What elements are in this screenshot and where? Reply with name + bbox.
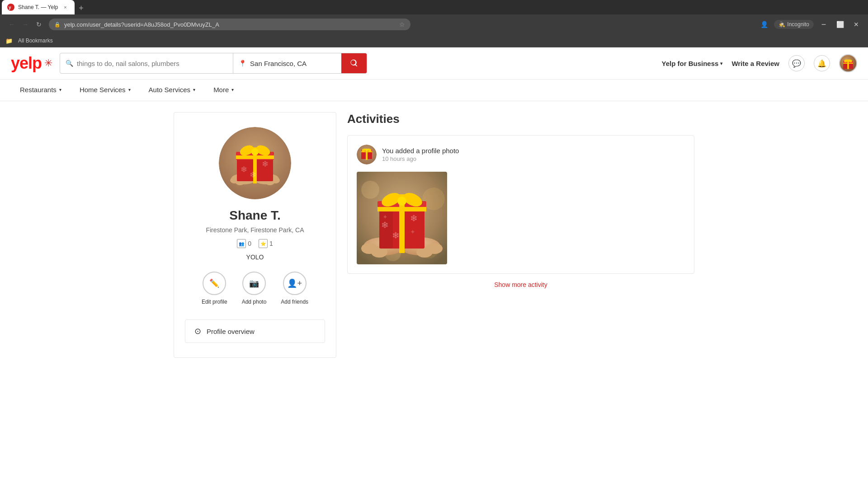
main-nav: Restaurants ▾ Home Services ▾ Auto Servi… <box>0 80 868 101</box>
profile-overview-button[interactable]: ⊙ Profile overview <box>185 319 325 343</box>
nav-buttons: ← → ↻ <box>5 18 45 31</box>
minimize-button[interactable]: − <box>817 18 830 31</box>
messages-button[interactable]: 💬 <box>788 55 805 71</box>
yelp-for-business-link[interactable]: Yelp for Business ▾ <box>662 60 723 67</box>
svg-text:❄: ❄ <box>262 160 269 169</box>
yelp-logo-text: yelp <box>11 55 42 71</box>
location-pin-icon: 📍 <box>239 60 246 67</box>
svg-text:❄: ❄ <box>392 230 400 240</box>
svg-text:✦: ✦ <box>382 213 388 221</box>
address-bar[interactable]: 🔒 yelp.com/user_details?userid=A8uJ58od_… <box>49 19 410 30</box>
auto-services-dropdown-icon: ▾ <box>193 87 195 92</box>
bell-icon: 🔔 <box>817 59 826 68</box>
nav-item-restaurants[interactable]: Restaurants ▾ <box>11 80 71 101</box>
nav-item-home-services[interactable]: Home Services ▾ <box>71 80 140 101</box>
activity-photo[interactable]: ❄ ❄ ❄ ✦ ✦ <box>357 172 447 264</box>
close-window-button[interactable]: ✕ <box>850 18 863 31</box>
incognito-icon: 🕵 <box>778 21 785 28</box>
forward-button[interactable]: → <box>19 18 32 31</box>
show-more-activity-link[interactable]: Show more activity <box>347 281 694 288</box>
search-main-field: 🔍 <box>60 53 233 73</box>
user-avatar-button[interactable] <box>839 54 857 72</box>
incognito-label: Incognito <box>787 21 809 28</box>
svg-point-35 <box>365 149 368 151</box>
maximize-button[interactable]: ⬜ <box>834 18 846 31</box>
active-tab[interactable]: y Shane T. — Yelp × <box>2 0 75 14</box>
yelp-for-business-dropdown-icon: ▾ <box>720 61 722 66</box>
profile-motto: YOLO <box>246 253 264 261</box>
edit-profile-label: Edit profile <box>202 299 227 305</box>
svg-point-54 <box>397 197 406 206</box>
activity-info: You added a profile photo 10 hours ago <box>382 147 685 162</box>
yelp-burst-icon: ✳ <box>44 57 52 69</box>
home-services-dropdown-icon: ▾ <box>128 87 131 92</box>
nav-item-auto-services[interactable]: Auto Services ▾ <box>140 80 205 101</box>
browser-right-controls: 👤 🕵 Incognito − ⬜ ✕ <box>758 18 863 31</box>
overview-label: Profile overview <box>207 328 255 335</box>
add-photo-label: Add photo <box>242 299 267 305</box>
back-button[interactable]: ← <box>5 18 18 31</box>
reviews-count: 1 <box>269 240 273 247</box>
profile-stats: 👥 0 ⭐ 1 <box>237 239 273 248</box>
page-content: ❄ ❄ ❄ Shane T. Firestone Park, Firestone… <box>163 101 705 369</box>
yelp-header: yelp ✳ 🔍 📍 Yelp for Business <box>0 47 868 80</box>
all-bookmarks-link[interactable]: All Bookmarks <box>14 36 57 45</box>
svg-text:❄: ❄ <box>250 170 256 179</box>
browser-toolbar: ← → ↻ 🔒 yelp.com/user_details?userid=A8u… <box>0 14 868 34</box>
browser-window: y Shane T. — Yelp × + ← → ↻ 🔒 yelp.com/u… <box>0 0 868 486</box>
svg-rect-21 <box>236 155 274 159</box>
profile-icon-button[interactable]: 👤 <box>758 18 770 31</box>
tab-close-button[interactable]: × <box>62 4 69 11</box>
svg-text:✦: ✦ <box>410 228 415 235</box>
svg-text:❄: ❄ <box>241 165 247 174</box>
header-right: Yelp for Business ▾ Write a Review 💬 🔔 <box>662 54 857 72</box>
notifications-button[interactable]: 🔔 <box>814 55 830 71</box>
svg-text:❄: ❄ <box>381 220 389 230</box>
refresh-button[interactable]: ↻ <box>33 18 45 31</box>
pencil-icon: ✏️ <box>209 278 219 288</box>
edit-profile-button[interactable]: ✏️ Edit profile <box>202 272 227 305</box>
tab-title: Shane T. — Yelp <box>18 4 58 10</box>
add-photo-button[interactable]: 📷 Add photo <box>242 272 267 305</box>
add-photo-icon-circle: 📷 <box>242 272 266 295</box>
activities-title: Activities <box>347 112 694 126</box>
svg-rect-32 <box>361 151 372 152</box>
restaurants-dropdown-icon: ▾ <box>59 87 61 92</box>
svg-text:y: y <box>9 5 11 10</box>
messages-icon: 💬 <box>792 59 801 68</box>
bookmarks-folder-icon: 📁 <box>5 38 13 44</box>
location-input[interactable] <box>250 60 336 67</box>
bookmark-star-icon[interactable]: ☆ <box>399 21 405 28</box>
edit-profile-icon-circle: ✏️ <box>203 272 226 295</box>
search-container: 🔍 📍 <box>60 53 367 74</box>
user-avatar-image <box>840 55 856 71</box>
url-display: yelp.com/user_details?userid=A8uJ58od_Pv… <box>64 21 396 28</box>
search-magnifier-icon: 🔍 <box>66 60 73 67</box>
new-tab-button[interactable]: + <box>75 2 88 14</box>
search-button[interactable] <box>341 53 367 73</box>
add-friend-icon: 👤+ <box>287 278 302 288</box>
profile-avatar: ❄ ❄ ❄ <box>219 127 291 199</box>
nav-item-more[interactable]: More ▾ <box>204 80 243 101</box>
search-location-field: 📍 <box>233 53 341 73</box>
profile-actions: ✏️ Edit profile 📷 Add photo 👤+ <box>202 272 308 305</box>
add-friends-button[interactable]: 👤+ Add friends <box>281 272 308 305</box>
friends-stat: 👥 0 <box>237 239 251 248</box>
activity-feed: Activities <box>347 112 694 358</box>
svg-point-37 <box>361 181 379 199</box>
profile-name: Shane T. <box>229 208 281 223</box>
search-input[interactable] <box>77 60 227 67</box>
nav-label-restaurants: Restaurants <box>20 86 57 94</box>
svg-text:❄: ❄ <box>410 213 418 223</box>
svg-point-24 <box>251 148 259 155</box>
reviews-stat: ⭐ 1 <box>259 239 273 248</box>
nav-label-home-services: Home Services <box>80 86 126 94</box>
friends-icon: 👥 <box>237 239 246 248</box>
svg-point-9 <box>847 60 849 62</box>
activity-title-text: You added a profile photo <box>382 147 685 155</box>
write-review-link[interactable]: Write a Review <box>731 60 779 67</box>
nav-label-more: More <box>213 86 229 94</box>
add-friends-icon-circle: 👤+ <box>283 272 307 295</box>
yelp-logo[interactable]: yelp ✳ <box>11 55 52 71</box>
activity-card: You added a profile photo 10 hours ago <box>347 135 694 274</box>
